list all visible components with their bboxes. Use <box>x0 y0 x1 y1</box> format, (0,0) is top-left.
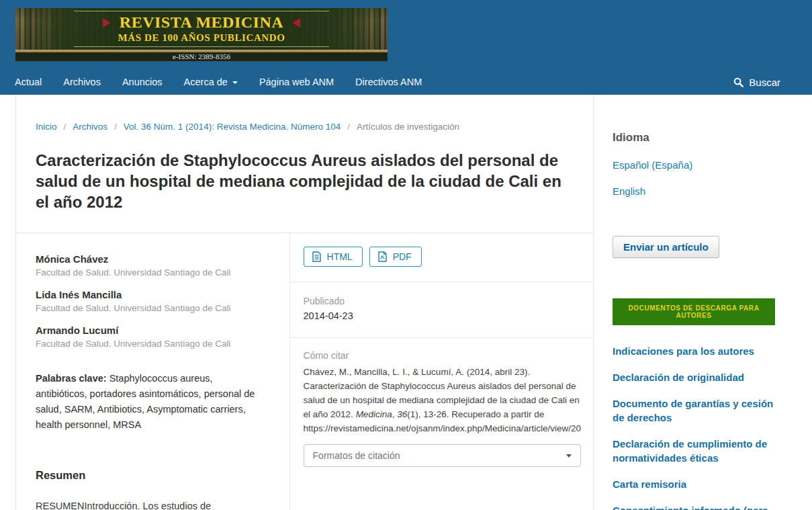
author-name: Lida Inés Mancilla <box>36 289 259 300</box>
keywords-label: Palabras clave: <box>36 373 107 384</box>
banner-left-arrow-icon <box>103 18 111 28</box>
sidebar: Idioma Español (España) English Enviar u… <box>594 95 812 510</box>
journal-banner-link[interactable]: REVISTA MEDICINA MÁS DE 100 AÑOS PUBLICA… <box>15 8 388 61</box>
sidebar-link-carta-remisoria[interactable]: Carta remisoria <box>613 477 780 491</box>
sidebar-link-originalidad[interactable]: Declaración de originalidad <box>613 370 780 384</box>
published-section: Publicado 2014-04-23 <box>290 282 593 338</box>
published-label: Publicado <box>304 296 581 306</box>
abstract-heading: Resumen <box>36 469 259 482</box>
author-block: Mónica Chávez Facultad de Salud. Univers… <box>36 253 259 278</box>
author-downloads-banner[interactable]: DOCUMENTOS DE DESCARGA PARA AUTORES <box>613 298 775 325</box>
sidebar-link-normatividades[interactable]: Declaración de cumplimiento de normativi… <box>613 437 780 465</box>
author-affiliation: Facultad de Salud. Universidad Santiago … <box>36 339 259 349</box>
pdf-galley-button[interactable]: PDF <box>369 247 422 267</box>
author-affiliation: Facultad de Salud. Universidad Santiago … <box>36 267 259 278</box>
sidebar-link-consentimiento[interactable]: Consentimiento informado (para Reporte d… <box>613 503 780 510</box>
citation-volume: 36 <box>397 409 407 419</box>
article-main-column: Mónica Chávez Facultad de Salud. Univers… <box>16 233 289 510</box>
breadcrumb-issue[interactable]: Vol. 36 Núm. 1 (2014): Revista Medicina.… <box>124 122 341 132</box>
article-title: Caracterización de Staphylococcus Aureus… <box>36 150 563 212</box>
language-link-espanol[interactable]: Español (España) <box>613 159 780 171</box>
html-galley-button[interactable]: HTML <box>304 247 363 267</box>
search-icon <box>733 77 743 87</box>
file-text-icon <box>312 251 321 262</box>
citation-formats-label: Formatos de citación <box>313 450 400 461</box>
how-to-cite-section: Cómo citar Chávez, M., Mancilla, L. I., … <box>290 338 593 467</box>
nav-item-anuncios[interactable]: Anuncios <box>111 77 173 87</box>
citation-text: Chávez, M., Mancilla, L. I., & Lucumí, A… <box>304 365 581 435</box>
sidebar-link-garantias[interactable]: Documento de garantías y cesión de derec… <box>613 396 780 425</box>
primary-navigation: Actual Archivos Anuncios Acerca de Págin… <box>0 69 812 95</box>
galleys-row: HTML PDF <box>290 233 593 282</box>
nav-item-acerca-de-label: Acerca de <box>184 77 228 87</box>
nav-item-archivos[interactable]: Archivos <box>52 77 111 87</box>
how-to-cite-label: Cómo citar <box>304 350 581 361</box>
article-details-column: HTML PDF Publicado 2014-04-23 <box>289 233 593 510</box>
banner-books-image: REVISTA MEDICINA MÁS DE 100 AÑOS PUBLICA… <box>15 8 388 50</box>
html-galley-label: HTML <box>327 251 353 262</box>
abstract-text: RESUMENIntroducción. Los estudios de Sta… <box>36 498 259 510</box>
author-name: Mónica Chávez <box>36 253 259 265</box>
breadcrumb-archivos[interactable]: Archivos <box>73 122 107 132</box>
search-button[interactable]: Buscar <box>733 77 780 88</box>
author-block: Lida Inés Mancilla Facultad de Salud. Un… <box>36 289 259 313</box>
submit-article-button[interactable]: Enviar un artículo <box>613 236 719 258</box>
breadcrumb-inicio[interactable]: Inicio <box>36 122 57 132</box>
journal-title: REVISTA MEDICINA <box>120 13 283 32</box>
journal-issn: e-ISSN: 2389-8356 <box>15 52 388 61</box>
breadcrumb: Inicio/Archivos/Vol. 36 Núm. 1 (2014): R… <box>36 122 573 132</box>
citation-journal: Medicina <box>356 409 392 419</box>
sidebar-link-indicaciones[interactable]: Indicaciones para los autores <box>613 344 780 358</box>
author-name: Armando Lucumí <box>36 325 259 336</box>
keywords: Palabras clave: Staphylococcus aureus, a… <box>36 371 259 433</box>
breadcrumb-separator: / <box>114 122 117 132</box>
search-label: Buscar <box>749 77 780 88</box>
author-block: Armando Lucumí Facultad de Salud. Univer… <box>36 325 259 349</box>
breadcrumb-section-current: Artículos de investigación <box>357 122 459 132</box>
chevron-down-icon <box>232 81 238 84</box>
nav-item-directivos-anm[interactable]: Directivos ANM <box>345 77 433 87</box>
site-header: REVISTA MEDICINA MÁS DE 100 AÑOS PUBLICA… <box>0 0 812 95</box>
sidebar-links: Indicaciones para los autores Declaració… <box>613 344 780 510</box>
published-date: 2014-04-23 <box>304 310 581 321</box>
banner-text-block: REVISTA MEDICINA MÁS DE 100 AÑOS PUBLICA… <box>74 11 329 47</box>
file-pdf-icon <box>378 251 387 262</box>
journal-subtitle: MÁS DE 100 AÑOS PUBLICANDO <box>74 32 329 44</box>
nav-item-pagina-web-anm[interactable]: Página web ANM <box>249 77 345 87</box>
language-heading: Idioma <box>613 131 780 144</box>
breadcrumb-separator: / <box>347 122 350 132</box>
page-body: Inicio/Archivos/Vol. 36 Núm. 1 (2014): R… <box>0 95 812 510</box>
author-affiliation: Facultad de Salud. Universidad Santiago … <box>36 303 259 313</box>
banner-right-arrow-icon <box>292 18 300 28</box>
citation-formats-dropdown[interactable]: Formatos de citación <box>304 444 581 467</box>
breadcrumb-separator: / <box>64 122 66 132</box>
pdf-galley-label: PDF <box>393 251 412 262</box>
language-link-english[interactable]: English <box>613 185 780 197</box>
article-card: Inicio/Archivos/Vol. 36 Núm. 1 (2014): R… <box>15 95 594 510</box>
nav-item-actual[interactable]: Actual <box>15 77 52 87</box>
chevron-down-icon <box>566 454 572 458</box>
nav-item-acerca-de[interactable]: Acerca de <box>173 77 249 87</box>
